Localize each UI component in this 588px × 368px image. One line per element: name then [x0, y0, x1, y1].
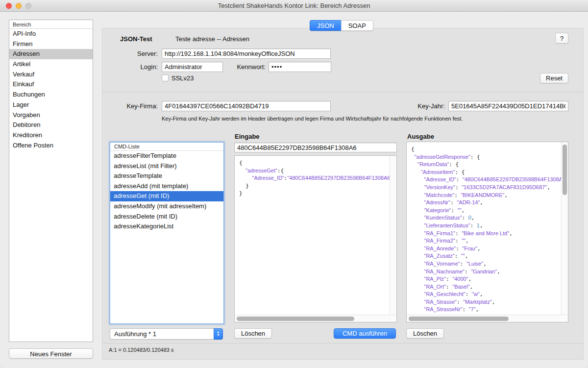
cmd-list-items: adresseFilterTemplateadresseList (mit Fi… — [110, 151, 223, 232]
execution-dropdown-value: Ausführung * 1 — [114, 330, 156, 338]
ausgabe-label: Ausgabe — [407, 133, 434, 140]
bereich-list-items: API-InfoFirmenAdressenArtikelVerkaufEink… — [9, 29, 93, 150]
sidebar-item[interactable]: Firmen — [9, 39, 93, 49]
ausgabe-horizontal-scrollbar[interactable] — [407, 315, 568, 322]
bereich-list-header: Bereich — [9, 20, 93, 29]
keys-hint: Key-Firma und Key-Jahr werden im Header … — [162, 116, 463, 122]
eingabe-json-code: { "adresseGet":{ "Adresse_ID":"480C644B8… — [235, 156, 390, 315]
tab-soap[interactable]: SOAP — [341, 20, 373, 31]
cmd-list-item[interactable]: adresseList (mit Filter) — [110, 161, 223, 172]
eingabe-json-editor[interactable]: { "adresseGet":{ "Adresse_ID":"480C644B8… — [234, 155, 397, 322]
ssl-label: SSLv23 — [172, 74, 194, 82]
title-bar: Testclient ShakeHands Kontor Link: Berei… — [0, 0, 588, 12]
cmd-list-item[interactable]: adresseAdd (mit template) — [110, 181, 223, 192]
app-window: Testclient ShakeHands Kontor Link: Berei… — [0, 0, 588, 368]
test-subtitle: Teste adresse -- Adressen — [175, 35, 249, 43]
sidebar-item[interactable]: Kreditoren — [9, 130, 93, 141]
status-text: A:1 = 0.120483/0.120483 s — [109, 347, 173, 353]
eingabe-clear-button[interactable]: Löschen — [234, 328, 272, 339]
key-jahr-label: Key-Jahr: — [411, 102, 445, 110]
eingabe-label: Eingabe — [235, 133, 260, 140]
key-jahr-input[interactable] — [448, 101, 568, 111]
sidebar-item[interactable]: Buchungen — [9, 90, 93, 100]
cmd-list-item[interactable]: adresseKategorieList — [110, 221, 223, 232]
cmd-list-item[interactable]: adresseTemplate — [110, 171, 223, 181]
ausgabe-clear-button[interactable]: Löschen — [406, 328, 444, 339]
divider — [102, 343, 583, 343]
login-input[interactable] — [162, 62, 223, 72]
key-firma-label: Key-Firma: — [113, 102, 158, 110]
cmd-list-item[interactable]: adresseDelete (mit ID) — [110, 212, 223, 222]
ausgabe-json-view[interactable]: { "adresseGetResponse": { "ReturnData": … — [406, 142, 568, 322]
cmd-execute-button[interactable]: CMD ausführen — [334, 328, 396, 339]
eingabe-vertical-scrollbar[interactable] — [390, 156, 396, 315]
password-input[interactable] — [269, 62, 331, 72]
eingabe-id-input[interactable] — [234, 143, 397, 152]
execution-dropdown[interactable]: Ausführung * 1 ▲▼ — [110, 328, 223, 340]
scrollbar-thumb[interactable] — [563, 145, 567, 195]
new-window-button[interactable]: Neues Fenster — [9, 348, 93, 359]
ausgabe-json-code: { "adresseGetResponse": { "ReturnData": … — [407, 142, 561, 315]
sidebar-item[interactable]: Einkauf — [9, 79, 93, 90]
cmd-list-item[interactable]: adresseFilterTemplate — [110, 151, 223, 161]
stepper-arrows-icon: ▲▼ — [214, 328, 223, 340]
cmd-list-header: CMD-Liste — [110, 143, 223, 151]
protocol-tabs: JSON SOAP — [310, 20, 373, 31]
sidebar-item[interactable]: Verkauf — [9, 70, 93, 80]
server-label: Server: — [113, 50, 158, 57]
ausgabe-vertical-scrollbar[interactable] — [561, 142, 568, 315]
help-button[interactable]: ? — [555, 33, 568, 44]
scrollbar-thumb[interactable] — [237, 317, 354, 321]
ssl-checkbox[interactable] — [162, 74, 169, 81]
sidebar-item[interactable]: API-Info — [9, 29, 93, 39]
server-input[interactable] — [162, 49, 331, 59]
tab-json[interactable]: JSON — [310, 20, 341, 31]
window-title: Testclient ShakeHands Kontor Link: Berei… — [0, 2, 588, 9]
login-label: Login: — [113, 63, 158, 71]
sidebar-item[interactable]: Vorgaben — [9, 110, 93, 121]
sidebar-item[interactable]: Offene Posten — [9, 141, 93, 151]
eingabe-horizontal-scrollbar[interactable] — [235, 315, 396, 322]
cmd-list-item[interactable]: adresseModify (mit adresseItem) — [110, 201, 223, 212]
bereich-list: Bereich API-InfoFirmenAdressenArtikelVer… — [9, 20, 93, 342]
reset-button[interactable]: Reset — [540, 73, 568, 83]
test-title: JSON-Test — [120, 35, 152, 43]
cmd-list: CMD-Liste adresseFilterTemplateadresseLi… — [110, 142, 224, 324]
sidebar-item[interactable]: Debitoren — [9, 120, 93, 130]
password-label: Kennwort: — [226, 63, 266, 71]
sidebar-item[interactable]: Lager — [9, 100, 93, 110]
cmd-list-item[interactable]: adresseGet (mit ID) — [110, 191, 223, 201]
divider — [102, 92, 583, 92]
sidebar-item[interactable]: Adressen — [9, 49, 93, 59]
sidebar-item[interactable]: Artikel — [9, 59, 93, 70]
scrollbar-thumb[interactable] — [409, 317, 509, 321]
key-firma-input[interactable] — [162, 101, 331, 111]
